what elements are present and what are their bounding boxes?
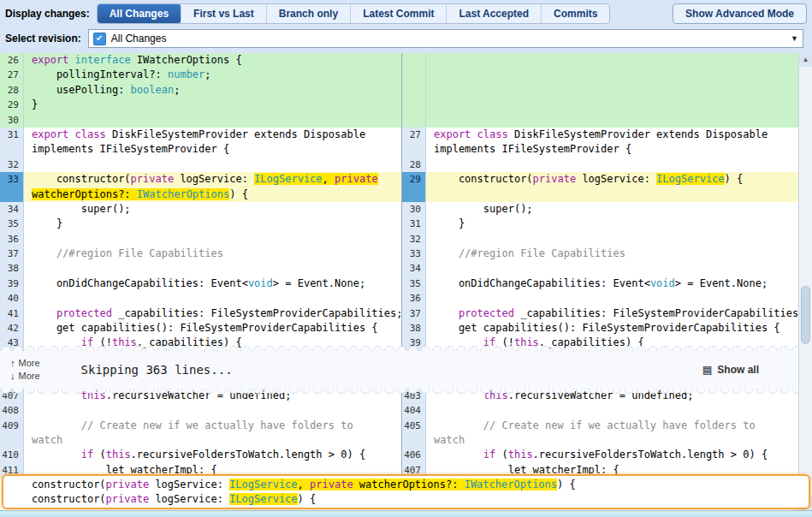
line-number: 406 [402,448,426,462]
code-row[interactable] [402,53,798,68]
tab-commits[interactable]: Commits [542,4,609,23]
line-number: 38 [0,261,24,276]
line-number: 33 [402,247,426,261]
code-row[interactable]: 406 if (this.recursiveFoldersToWatch.len… [402,448,798,462]
line-number: 36 [402,291,426,306]
code-text [24,157,401,172]
overlay-code-line: constructor(private logService: ILogServ… [7,478,805,492]
code-row[interactable]: 42 get capabilities(): FileSystemProvide… [0,321,401,336]
tab-all-changes[interactable]: All Changes [98,4,181,23]
code-text: // Create new if we actually have folder… [24,419,401,433]
code-text: } [24,217,401,231]
display-mode-tabs: All ChangesFirst vs LastBranch onlyLates… [97,3,611,24]
code-row[interactable]: watcherOptions?: IWatcherOptions) { [0,187,401,202]
code-row[interactable]: 409 // Create new if we actually have fo… [0,419,401,433]
revision-selected-value: All Changes [111,33,167,45]
code-row[interactable]: 26export interface IWatcherOptions { [0,53,401,68]
code-row[interactable]: 32 [0,157,401,172]
code-text [24,113,401,128]
line-number: 27 [0,68,24,82]
code-text: watcherOptions?: IWatcherOptions) { [24,187,401,202]
code-row[interactable]: 33 constructor(private logService: ILogS… [0,172,401,187]
code-row[interactable]: 31 } [402,217,798,231]
code-row[interactable]: 36 [0,232,401,247]
code-row[interactable] [402,187,798,202]
code-text: constructor(private logService: ILogServ… [24,172,401,187]
code-row[interactable]: implements IFileSystemProvider { [402,142,798,157]
line-number [0,142,24,157]
code-row[interactable]: 35 } [0,217,401,231]
chevron-down-icon[interactable]: ▼ [791,34,798,43]
code-row[interactable]: 34 super(); [0,202,401,217]
more-up-label: More [19,358,40,368]
scroll-up-button[interactable]: ▲ [799,53,812,67]
code-row[interactable]: 41 protected _capabilities: FileSystemPr… [0,306,401,321]
show-all-button[interactable]: ▤ Show all [702,364,759,376]
code-row[interactable]: 37 //#region File Capabilities [0,247,401,261]
code-row[interactable]: 32 [402,232,798,247]
code-row[interactable]: 33 //#region File Capabilities [402,247,798,261]
more-down-button[interactable]: ↓ More [10,371,40,381]
code-text: get capabilities(): FileSystemProviderCa… [24,321,401,336]
code-text [426,261,798,276]
line-number: 34 [402,261,426,276]
line-number: 26 [0,53,24,68]
code-row[interactable] [402,113,798,128]
list-icon: ▤ [702,364,712,376]
code-row[interactable]: 38 [0,261,401,276]
code-row[interactable]: 39 onDidChangeCapabilities: Event<void> … [0,276,401,291]
tab-first-vs-last[interactable]: First vs Last [181,4,267,23]
tab-latest-commit[interactable]: Latest Commit [351,4,447,23]
code-row[interactable]: watch [0,433,401,448]
tab-branch-only[interactable]: Branch only [267,4,351,23]
code-text: pollingInterval?: number; [24,68,401,82]
arrow-up-icon: ↑ [10,358,15,368]
code-row[interactable]: 30 [0,113,401,128]
line-number [402,98,426,112]
code-row[interactable]: 28 [402,157,798,172]
code-row[interactable]: 35 onDidChangeCapabilities: Event<void> … [402,276,798,291]
code-row[interactable]: 31export class DiskFileSystemProvider ex… [0,128,401,142]
diff-viewer: 26export interface IWatcherOptions {27 p… [0,53,812,517]
code-row[interactable] [402,98,798,112]
more-buttons: ↑ More ↓ More [10,358,40,381]
code-row[interactable] [402,83,798,98]
code-row[interactable]: 404 [402,403,798,418]
code-row[interactable] [402,68,798,82]
code-row[interactable]: 40 [0,291,401,306]
show-advanced-mode-button[interactable]: Show Advanced Mode [673,3,807,24]
code-text: onDidChangeCapabilities: Event<void> = E… [426,276,798,291]
code-row[interactable]: 410 if (this.recursiveFoldersToWatch.len… [0,448,401,462]
skipped-lines-divider: ↑ More ↓ More Skipping 363 lines... ▤ Sh… [0,351,798,389]
code-text: usePolling: boolean; [24,83,401,98]
display-changes-toolbar: Display changes: All ChangesFirst vs Las… [0,0,812,27]
code-row[interactable]: 27 pollingInterval?: number; [0,68,401,82]
code-row[interactable]: 27export class DiskFileSystemProvider ex… [402,128,798,142]
line-number: 30 [0,113,24,128]
code-row[interactable]: 28 usePolling: boolean; [0,83,401,98]
diff-content: 26export interface IWatcherOptions {27 p… [0,53,798,478]
line-number [402,433,426,448]
code-row[interactable]: 36 [402,291,798,306]
code-row[interactable]: 29} [0,98,401,112]
code-row[interactable]: watch [402,433,798,448]
more-up-button[interactable]: ↑ More [10,358,40,368]
code-row[interactable]: 29 constructor(private logService: ILogS… [402,172,798,187]
code-text: //#region File Capabilities [24,247,401,261]
horizontal-scrollbar[interactable] [0,510,812,517]
show-all-label: Show all [717,364,759,376]
code-row[interactable]: 30 super(); [402,202,798,217]
code-row[interactable]: implements IFileSystemProvider { [0,142,401,157]
code-row[interactable]: 38 get capabilities(): FileSystemProvide… [402,321,798,336]
code-row[interactable]: 408 [0,403,401,418]
code-row[interactable]: 37 protected _capabilities: FileSystemPr… [402,306,798,321]
line-number: 32 [0,157,24,172]
scrollbar-thumb[interactable] [801,286,810,344]
tab-last-accepted[interactable]: Last Accepted [447,4,542,23]
code-text [426,98,798,112]
code-row[interactable]: 405 // Create new if we actually have fo… [402,419,798,433]
code-text: get capabilities(): FileSystemProviderCa… [426,321,798,336]
revision-dropdown[interactable]: ✔ All Changes ▼ [88,29,803,48]
vertical-scrollbar[interactable]: ▲ ▼ [798,53,812,510]
code-row[interactable]: 34 [402,261,798,276]
